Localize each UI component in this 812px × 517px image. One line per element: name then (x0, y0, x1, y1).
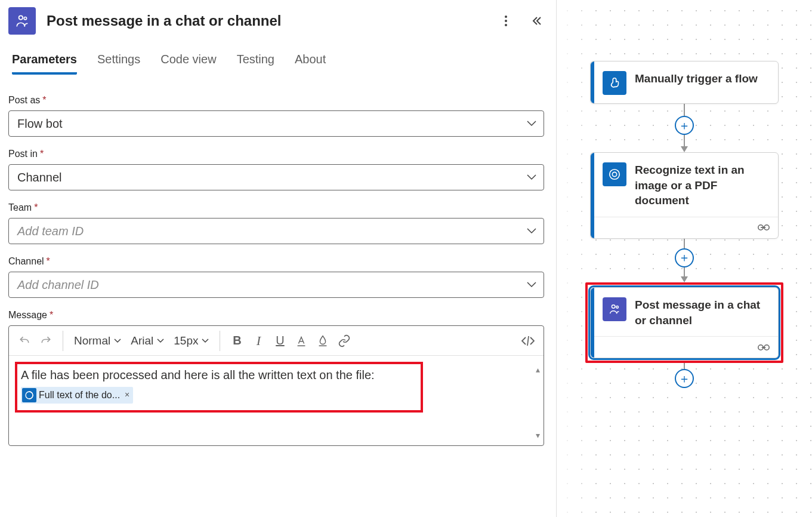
editor-content[interactable]: A file has been processed and here is al… (9, 356, 544, 445)
recognize-text-card[interactable]: Recognize text in an image or a PDF docu… (590, 152, 779, 239)
parameters-form: Post as* Flow bot Post in* Channel Team*… (8, 95, 556, 446)
chevron-down-icon (527, 228, 536, 234)
card-title: Manually trigger a flow (635, 71, 758, 87)
chevron-down-icon (527, 174, 536, 180)
ai-icon (603, 162, 626, 186)
tab-parameters[interactable]: Parameters (12, 53, 77, 75)
link-button[interactable] (335, 331, 354, 350)
post-in-value: Channel (17, 171, 62, 184)
channel-placeholder: Add channel ID (17, 278, 99, 292)
tab-code-view[interactable]: Code view (160, 53, 216, 75)
chevron-down-icon (527, 121, 536, 127)
more-options-icon[interactable] (499, 14, 513, 28)
post-in-label: Post in* (8, 149, 544, 159)
highlighted-region: A file has been processed and here is al… (15, 362, 423, 413)
svg-point-1 (24, 17, 26, 20)
rich-text-editor: Normal Arial 15px B I U A file has been … (8, 325, 544, 446)
config-panel: Post message in a chat or channel Parame… (0, 0, 556, 517)
connector: ＋ (675, 363, 694, 388)
message-label: Message* (8, 310, 544, 321)
italic-button[interactable]: I (249, 331, 268, 350)
svg-point-0 (19, 16, 23, 19)
editor-toolbar: Normal Arial 15px B I U (9, 326, 544, 356)
tab-about[interactable]: About (295, 53, 326, 75)
svg-point-3 (505, 20, 507, 22)
flow-canvas[interactable]: Manually trigger a flow ＋ Recognize text… (556, 0, 812, 517)
undo-button[interactable] (15, 331, 34, 350)
ai-builder-icon (22, 388, 36, 402)
connector: ＋ (675, 239, 694, 282)
add-step-button[interactable]: ＋ (675, 369, 694, 388)
svg-point-13 (616, 306, 619, 308)
team-select[interactable]: Add team ID (8, 218, 544, 244)
svg-point-4 (505, 24, 507, 26)
card-title: Post message in a chat or channel (635, 297, 768, 328)
size-select[interactable]: 15px (170, 334, 212, 347)
dynamic-content-token[interactable]: Full text of the do... × (21, 387, 133, 404)
card-title: Recognize text in an image or a PDF docu… (635, 162, 768, 208)
scroll-down-icon[interactable]: ▾ (536, 430, 540, 442)
chevron-down-icon (527, 282, 536, 288)
teams-icon (8, 7, 36, 35)
touch-icon (603, 71, 626, 95)
panel-title: Post message in a chat or channel (47, 13, 281, 29)
message-text-line: A file has been processed and here is al… (21, 367, 417, 383)
remove-token-icon[interactable]: × (122, 389, 129, 401)
connection-link-icon[interactable] (758, 223, 770, 232)
channel-select[interactable]: Add channel ID (8, 272, 544, 298)
selected-highlight: Post message in a chat or channel (585, 282, 783, 363)
add-step-button[interactable]: ＋ (675, 248, 694, 267)
svg-point-8 (610, 170, 620, 180)
font-color-button[interactable] (292, 331, 311, 350)
post-message-card[interactable]: Post message in a chat or channel (590, 287, 779, 358)
post-as-value: Flow bot (17, 117, 63, 131)
connector: ＋ (675, 104, 694, 152)
panel-header: Post message in a chat or channel (8, 7, 556, 53)
svg-point-2 (505, 16, 507, 18)
teams-icon (603, 297, 626, 321)
highlight-button[interactable] (313, 331, 332, 350)
collapse-panel-icon[interactable] (530, 14, 544, 28)
post-as-select[interactable]: Flow bot (8, 110, 544, 137)
tab-settings[interactable]: Settings (97, 53, 140, 75)
style-select[interactable]: Normal (70, 334, 125, 347)
tab-bar: Parameters Settings Code view Testing Ab… (8, 53, 556, 75)
team-label: Team* (8, 202, 544, 213)
svg-point-12 (612, 305, 615, 309)
underline-button[interactable]: U (270, 331, 289, 350)
bold-button[interactable]: B (227, 331, 246, 350)
scroll-up-icon[interactable]: ▴ (536, 364, 540, 376)
code-view-button[interactable] (518, 331, 538, 350)
token-label: Full text of the do... (39, 389, 120, 402)
post-as-label: Post as* (8, 95, 544, 106)
tab-testing[interactable]: Testing (237, 53, 274, 75)
redo-button[interactable] (36, 331, 55, 350)
connection-link-icon[interactable] (758, 343, 770, 352)
channel-label: Channel* (8, 256, 544, 267)
add-step-button[interactable]: ＋ (675, 116, 694, 135)
trigger-card[interactable]: Manually trigger a flow (590, 61, 779, 104)
post-in-select[interactable]: Channel (8, 164, 544, 190)
team-placeholder: Add team ID (17, 224, 84, 238)
font-select[interactable]: Arial (127, 334, 168, 347)
